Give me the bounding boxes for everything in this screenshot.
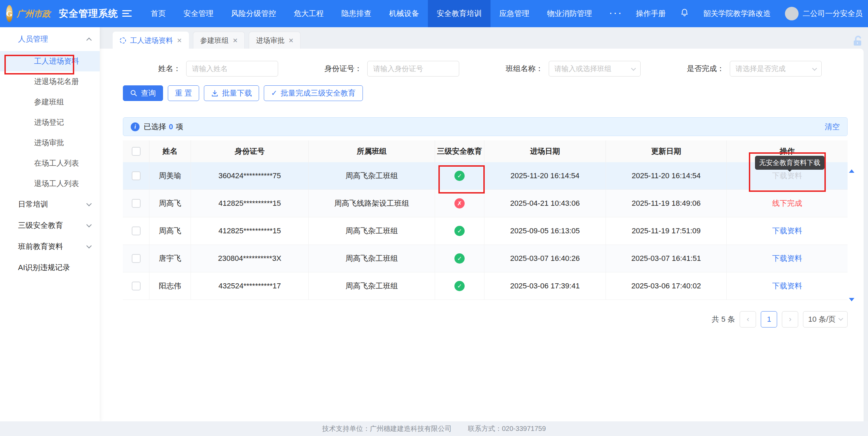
sidebar-item-teams[interactable]: 参建班组 [0, 92, 100, 112]
nav-item-hazard-check[interactable]: 隐患排查 [333, 0, 380, 27]
search-button[interactable]: 查询 [123, 85, 163, 101]
batch-complete-label: 批量完成三级安全教育 [281, 88, 356, 98]
sidebar-item-entry-approval[interactable]: 进场审批 [0, 133, 100, 153]
tab-worker-entry-data[interactable]: 工人进场资料 × [113, 32, 189, 49]
page-size-label: 10 条/页 [808, 314, 836, 324]
col-education: 三级安全教育 [435, 140, 484, 162]
chevron-down-icon [86, 222, 92, 227]
tab-entry-approval[interactable]: 进场审批 × [249, 32, 301, 49]
update-date: 2025-03-07 16:41:51 [606, 245, 727, 272]
sidebar-group-daily-training[interactable]: 日常培训 [0, 194, 100, 215]
nav-item-safety-mgmt[interactable]: 安全管理 [175, 0, 222, 27]
nav-item-risk-control[interactable]: 风险分级管控 [222, 0, 285, 27]
sidebar-group-label: 班前教育资料 [18, 241, 63, 252]
app-name: 安全管理系统 [59, 7, 118, 20]
download-data-link[interactable]: 下载资料 [772, 226, 802, 236]
complete-select-input[interactable] [730, 61, 822, 77]
contact-text: 联系方式：020-33971759 [468, 424, 546, 433]
page-size-select[interactable]: 10 条/页 [803, 311, 848, 328]
complete-select[interactable] [730, 61, 822, 77]
sidebar-item-ai-violation-records[interactable]: AI识别违规记录 [0, 257, 100, 278]
batch-complete-button[interactable]: 批量完成三级安全教育 [264, 85, 363, 101]
download-data-link[interactable]: 下载资料 [772, 253, 802, 264]
refresh-icon[interactable] [120, 37, 126, 44]
unlock-icon[interactable] [851, 35, 864, 49]
sidebar-item-roster[interactable]: 进退场花名册 [0, 71, 100, 92]
sidebar-item-label: 在场工人列表 [34, 158, 79, 168]
entry-date: 2025-03-07 16:40:26 [484, 245, 606, 272]
clear-selection-link[interactable]: 清空 [825, 122, 840, 132]
selected-prefix: 已选择 [144, 122, 166, 132]
nav-item-fire-mgmt[interactable]: 物业消防管理 [538, 0, 601, 27]
row-checkbox[interactable] [132, 254, 141, 263]
tab-teams[interactable]: 参建班组 × [193, 32, 245, 49]
team-select[interactable] [549, 61, 641, 77]
tab-label: 参建班组 [200, 36, 229, 45]
education-status-icon [454, 226, 465, 236]
prev-page-button[interactable]: ‹ [740, 311, 756, 328]
row-checkbox[interactable] [132, 199, 141, 208]
team-select-input[interactable] [549, 61, 641, 77]
id-input[interactable] [367, 61, 459, 77]
sidebar-item-onsite-workers[interactable]: 在场工人列表 [0, 153, 100, 173]
footer: 技术支持单位：广州穗建建造科技有限公司 联系方式：020-33971759 [0, 421, 868, 436]
scroll-down-icon[interactable] [849, 298, 854, 301]
reset-button-label: 重 置 [175, 88, 192, 98]
sidebar-group-label: 三级安全教育 [18, 220, 63, 231]
sidebar-item-label: AI识别违规记录 [18, 263, 70, 273]
table-row[interactable]: 唐宇飞 230804**********3X 周高飞杂工班组 2025-03-0… [123, 245, 848, 272]
select-all-checkbox[interactable] [132, 147, 141, 156]
id-label: 身份证号： [304, 64, 362, 74]
nav-item-home[interactable]: 首页 [142, 0, 175, 27]
nav-more-icon[interactable]: ··· [601, 0, 632, 27]
batch-download-button[interactable]: 批量下载 [204, 85, 259, 101]
name-input[interactable] [186, 61, 278, 77]
sidebar-item-label: 退场工人列表 [34, 179, 79, 189]
table-row[interactable]: 阳志伟 432524**********17 周高飞杂工班组 2025-03-0… [123, 272, 848, 300]
reset-button[interactable]: 重 置 [168, 85, 199, 101]
sidebar-item-worker-entry-data[interactable]: 工人进场资料 [0, 51, 100, 71]
education-status-icon [454, 171, 465, 181]
topbar-right: 操作手册 韶关学院教学路改造 二公司一分安全员 [636, 7, 868, 20]
search-icon [130, 89, 138, 97]
sidebar-item-label: 工人进场资料 [34, 56, 79, 66]
page-number-button[interactable]: 1 [761, 311, 777, 328]
chevron-down-icon [86, 243, 92, 248]
sidebar-item-exited-workers[interactable]: 退场工人列表 [0, 173, 100, 194]
row-checkbox[interactable] [132, 282, 141, 290]
table-row[interactable]: 周高飞 412825**********15 周高飞杂工班组 2025-09-0… [123, 217, 848, 245]
sidebar-item-entry-register[interactable]: 进场登记 [0, 112, 100, 133]
table-row[interactable]: 周高飞 412825**********15 周高飞线路架设工班组 2025-0… [123, 190, 848, 217]
entry-date: 2025-09-05 16:13:05 [484, 217, 606, 245]
scroll-up-icon[interactable] [849, 169, 854, 173]
nav-item-emergency[interactable]: 应急管理 [491, 0, 538, 27]
manual-link[interactable]: 操作手册 [636, 9, 666, 19]
row-checkbox[interactable] [132, 227, 141, 235]
worker-id-number: 412825**********15 [191, 217, 309, 245]
sidebar-group-three-level-education[interactable]: 三级安全教育 [0, 215, 100, 236]
top-nav: 首页 安全管理 风险分级管控 危大工程 隐患排查 机械设备 安全教育培训 应急管… [122, 0, 632, 27]
worker-name: 周美瑜 [149, 162, 191, 189]
close-icon[interactable]: × [289, 36, 293, 45]
close-icon[interactable]: × [233, 36, 238, 45]
sidebar-group-preclass-materials[interactable]: 班前教育资料 [0, 236, 100, 257]
menu-collapse-icon[interactable] [122, 10, 132, 17]
close-icon[interactable]: × [177, 36, 182, 45]
download-data-link[interactable]: 下载资料 [772, 281, 802, 291]
nav-item-machinery[interactable]: 机械设备 [380, 0, 428, 27]
table-header: 姓名 身份证号 所属班组 三级安全教育 进场日期 更新日期 操作 [123, 140, 848, 162]
tab-label: 进场审批 [256, 36, 285, 45]
nav-item-major-projects[interactable]: 危大工程 [285, 0, 333, 27]
sidebar-item-label: 参建班组 [34, 97, 64, 107]
table-row[interactable]: 周美瑜 360424**********75 周高飞杂工班组 2025-11-2… [123, 162, 848, 190]
user-menu[interactable]: 二公司一分安全员 [785, 7, 863, 20]
offline-complete-link[interactable]: 线下完成 [772, 198, 802, 208]
education-status-icon [454, 253, 465, 264]
project-name[interactable]: 韶关学院教学路改造 [703, 9, 771, 19]
next-page-button[interactable]: › [782, 311, 798, 328]
bell-icon[interactable] [680, 8, 689, 19]
row-checkbox[interactable] [132, 171, 141, 180]
sidebar-group-personnel[interactable]: 人员管理 [0, 27, 100, 51]
entry-date: 2025-04-21 10:43:06 [484, 190, 606, 217]
nav-item-safety-education[interactable]: 安全教育培训 [428, 0, 491, 27]
